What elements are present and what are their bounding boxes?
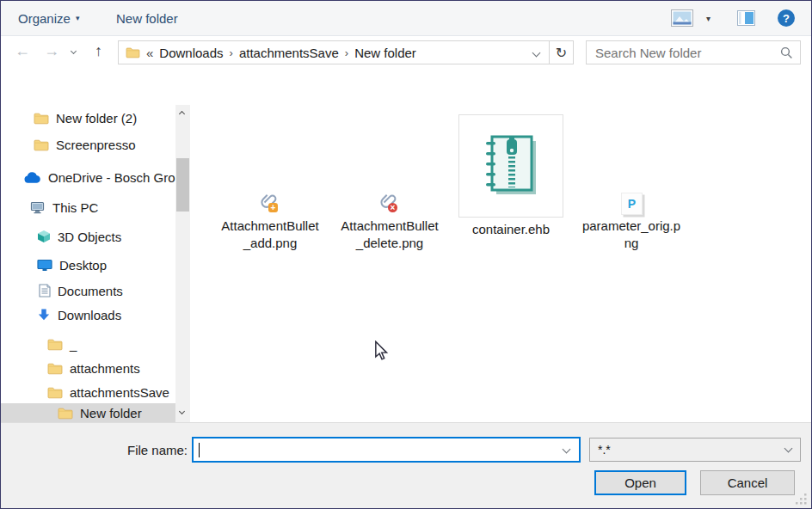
text-caret xyxy=(199,443,200,457)
file-name-line: container.ehb xyxy=(454,221,568,238)
sidebar-item-attachmentssave[interactable]: attachmentsSave xyxy=(1,381,175,403)
organize-label: Organize xyxy=(18,11,71,26)
file-item-attachmentbullet-delete[interactable]: × AttachmentBullet _delete.png xyxy=(334,113,446,254)
add-badge: + xyxy=(268,203,278,212)
views-dropdown-button[interactable]: ▾ xyxy=(706,1,710,35)
up-button[interactable]: ↑ xyxy=(95,43,102,58)
resize-grip[interactable] xyxy=(794,492,808,506)
forward-icon: → xyxy=(44,42,59,59)
thumbnail-frame xyxy=(458,114,563,218)
folder-icon xyxy=(58,407,73,420)
sidebar-item-desktop[interactable]: Desktop xyxy=(1,254,175,276)
search-input[interactable] xyxy=(588,43,773,62)
organize-button[interactable]: Organize ▾ xyxy=(18,1,79,35)
file-name-line: AttachmentBullet xyxy=(214,218,326,235)
footer-panel: File name: *.* Open Cancel xyxy=(1,422,811,508)
recent-locations-chevron-icon[interactable] xyxy=(71,48,77,54)
navigation-pane: New folder (2) Screenpresso OneDrive - B… xyxy=(1,105,175,422)
search-icon xyxy=(780,46,793,59)
folder-icon xyxy=(47,386,63,399)
refresh-icon: ↻ xyxy=(556,45,567,61)
up-icon: ↑ xyxy=(95,42,102,59)
image-file-icon: P xyxy=(621,193,643,215)
file-type-value: *.* xyxy=(598,443,611,457)
scroll-up-icon[interactable] xyxy=(179,111,185,117)
address-folder-icon xyxy=(126,46,140,58)
breadcrumb-item-new-folder[interactable]: New folder xyxy=(354,46,416,60)
views-dropdown-icon: ▾ xyxy=(706,14,710,23)
address-dropdown-chevron-icon[interactable] xyxy=(532,48,541,57)
folder-icon xyxy=(47,338,63,351)
folder-icon xyxy=(34,138,49,151)
sidebar-item-this-pc[interactable]: This PC xyxy=(1,196,175,218)
breadcrumb-overflow-chevron[interactable]: « xyxy=(146,46,153,60)
sidebar-scrollbar[interactable] xyxy=(175,105,190,422)
file-name-input[interactable] xyxy=(197,440,550,458)
sidebar-item-3d-objects[interactable]: 3D Objects xyxy=(1,225,175,248)
forward-button[interactable]: → xyxy=(44,43,59,58)
image-p-glyph: P xyxy=(628,197,636,211)
sidebar-item-onedrive[interactable]: OneDrive - Bosch Grou xyxy=(1,166,175,188)
back-icon: ← xyxy=(15,42,30,59)
folder-icon xyxy=(34,112,49,125)
folder-icon xyxy=(47,362,63,375)
file-item-attachmentbullet-add[interactable]: + AttachmentBullet _add.png xyxy=(214,113,326,254)
open-button[interactable]: Open xyxy=(594,470,686,495)
file-name-line: _add.png xyxy=(214,235,326,252)
breadcrumb-item-attachmentssave[interactable]: attachmentsSave xyxy=(239,46,339,60)
file-name-combobox xyxy=(192,437,581,463)
new-folder-label: New folder xyxy=(116,11,178,26)
file-name-line: ng xyxy=(575,235,687,252)
filetype-dropdown-chevron-icon xyxy=(784,445,793,453)
sidebar-item-attachments[interactable]: attachments xyxy=(1,357,175,379)
breadcrumb-separator: › xyxy=(345,46,348,59)
file-name-line: parameter_orig.p xyxy=(575,218,687,235)
delete-badge: × xyxy=(388,203,397,212)
preview-pane-icon xyxy=(737,10,755,26)
mouse-cursor xyxy=(374,340,389,361)
address-bar[interactable]: « Downloads › attachmentsSave › New fold… xyxy=(118,40,550,64)
file-name-line: _delete.png xyxy=(334,235,446,252)
refresh-button[interactable]: ↻ xyxy=(549,40,574,64)
sidebar-item-downloads[interactable]: Downloads xyxy=(1,304,175,326)
command-bar: Organize ▾ New folder ▾ ? xyxy=(1,1,811,36)
sidebar-item-screenpresso[interactable]: Screenpresso xyxy=(1,133,175,156)
file-type-combobox[interactable]: *.* xyxy=(589,438,801,462)
documents-icon xyxy=(39,284,51,297)
scroll-down-icon[interactable] xyxy=(179,408,185,414)
organize-dropdown-icon: ▾ xyxy=(76,14,80,22)
new-folder-button[interactable]: New folder xyxy=(116,1,178,35)
preview-pane-button[interactable] xyxy=(737,1,755,35)
sidebar-item-new-folder-2[interactable]: New folder (2) xyxy=(1,107,175,129)
filename-dropdown-chevron-icon[interactable] xyxy=(563,445,571,454)
help-icon: ? xyxy=(778,9,795,27)
ehb-notebook-icon xyxy=(483,132,539,199)
breadcrumb-item-downloads[interactable]: Downloads xyxy=(159,46,223,60)
onedrive-cloud-icon xyxy=(23,171,41,184)
add-attachment-dialog: Add Attachment ← → ↑ « Downloads › attac… xyxy=(0,0,812,509)
search-box xyxy=(586,40,801,64)
sidebar-item-documents[interactable]: Documents xyxy=(1,279,175,302)
back-button[interactable]: ← xyxy=(15,43,30,58)
cancel-button[interactable]: Cancel xyxy=(700,470,795,495)
downloads-icon xyxy=(37,308,51,322)
sidebar-item-new-folder-selected[interactable]: New folder xyxy=(1,403,175,422)
computer-icon xyxy=(30,201,46,214)
file-name-label: File name: xyxy=(87,443,188,457)
cancel-label: Cancel xyxy=(728,475,768,490)
help-button[interactable]: ? xyxy=(778,1,795,35)
thumbnail-view-icon xyxy=(671,9,693,27)
file-item-parameter-orig[interactable]: P parameter_orig.p ng xyxy=(575,113,687,254)
desktop-icon xyxy=(37,259,52,272)
sidebar-item-underscore[interactable]: _ xyxy=(1,333,175,355)
cube-icon xyxy=(37,230,51,243)
breadcrumb-separator: › xyxy=(230,46,233,59)
scrollbar-thumb[interactable] xyxy=(176,158,189,212)
views-button[interactable] xyxy=(671,1,693,35)
file-name-line: AttachmentBullet xyxy=(334,218,446,235)
file-item-container-ehb[interactable]: container.ehb xyxy=(454,113,568,254)
open-label: Open xyxy=(624,475,656,490)
